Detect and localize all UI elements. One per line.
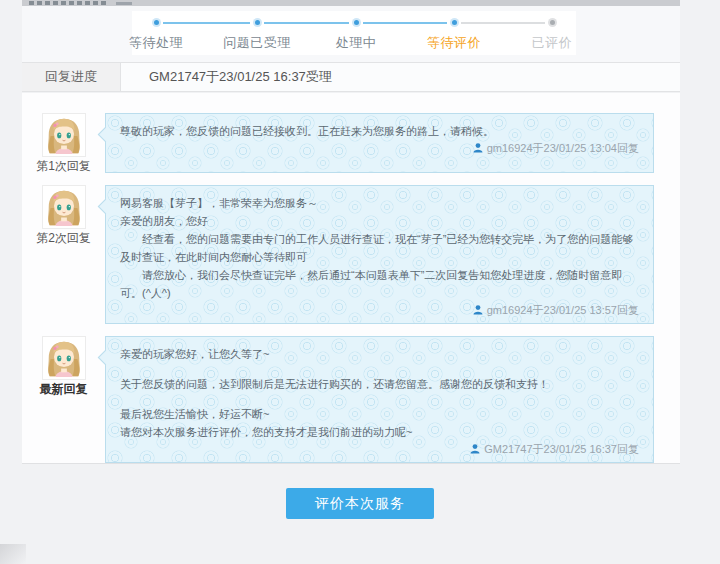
status-stepper: 等待处理 问题已受理 处理中 等待评价 已评价 <box>132 11 576 55</box>
user-icon <box>469 443 481 455</box>
reply-side: 最新回复 <box>22 336 105 463</box>
reply-side: 第2次回复 <box>22 185 105 324</box>
reply-message: 尊敬的玩家，您反馈的问题已经接收到。正在赶来为您服务的路上，请稍候。 <box>120 122 639 140</box>
message-line <box>120 363 639 375</box>
step-dot-icon <box>253 18 262 27</box>
reply-sequence-label: 第2次回复 <box>22 231 105 245</box>
step-dot-icon <box>352 18 361 27</box>
reply-bubble: 尊敬的玩家，您反馈的问题已经接收到。正在赶来为您服务的路上，请稍候。 gm169… <box>105 113 654 173</box>
reply-item: 第1次回复 尊敬的玩家，您反馈的问题已经接收到。正在赶来为您服务的路上，请稍候。… <box>22 113 654 173</box>
clipped-header-text <box>116 2 132 5</box>
reply-timestamp: gm16924于23/01/25 13:04回复 <box>120 140 639 156</box>
reply-timestamp: GM21747于23/01/25 16:37回复 <box>120 441 639 457</box>
evaluate-service-button[interactable]: 评价本次服务 <box>286 488 434 519</box>
reply-list: 第1次回复 尊敬的玩家，您反馈的问题已经接收到。正在赶来为您服务的路上，请稍候。… <box>22 113 680 463</box>
step-label: 等待处理 <box>111 34 201 52</box>
reply-timestamp-text: GM21747于23/01/25 16:37回复 <box>484 441 639 457</box>
avatar-girl-icon <box>43 186 85 228</box>
avatar-girl-icon <box>43 114 85 156</box>
step-dot-icon <box>152 18 161 27</box>
message-line: 经查看，您的问题需要由专门的工作人员进行查证，现在“芽子”已经为您转交完毕，为了… <box>120 230 639 266</box>
customer-service-avatar <box>42 113 86 157</box>
customer-service-avatar <box>42 185 86 229</box>
step-dot-icon <box>450 18 459 27</box>
progress-row-label: 回复进度 <box>22 63 121 91</box>
message-line: 亲爱的朋友，您好 <box>120 212 639 230</box>
step-label: 处理中 <box>311 34 401 52</box>
reply-message: 网易客服【芽子】，非常荣幸为您服务～亲爱的朋友，您好 经查看，您的问题需要由专门… <box>120 194 639 302</box>
reply-sequence-label: 第1次回复 <box>22 159 105 173</box>
message-line: 最后祝您生活愉快，好运不断~ <box>120 405 639 423</box>
reply-bubble: 亲爱的玩家您好，让您久等了~关于您反馈的问题，达到限制后是无法进行购买的，还请您… <box>105 336 654 463</box>
reply-message: 亲爱的玩家您好，让您久等了~关于您反馈的问题，达到限制后是无法进行购买的，还请您… <box>120 345 639 441</box>
reply-timestamp: gm16924于23/01/25 13:57回复 <box>120 302 639 318</box>
reply-timestamp-text: gm16924于23/01/25 13:04回复 <box>487 140 639 156</box>
progress-row-value: GM21747于23/01/25 16:37受理 <box>149 63 332 91</box>
message-line: 尊敬的玩家，您反馈的问题已经接收到。正在赶来为您服务的路上，请稍候。 <box>120 122 639 140</box>
step-label: 已评价 <box>507 34 597 52</box>
user-icon <box>472 142 484 154</box>
reply-item: 第2次回复 网易客服【芽子】，非常荣幸为您服务～亲爱的朋友，您好 经查看，您的问… <box>22 185 654 324</box>
step-label: 等待评价 <box>409 34 499 52</box>
reply-sequence-label: 最新回复 <box>22 382 105 396</box>
reply-item: 最新回复 亲爱的玩家您好，让您久等了~关于您反馈的问题，达到限制后是无法进行购买… <box>22 336 654 463</box>
status-stepper-section: 等待处理 问题已受理 处理中 等待评价 已评价 <box>22 6 680 63</box>
user-icon <box>472 304 484 316</box>
reply-timestamp-text: gm16924于23/01/25 13:57回复 <box>487 302 639 318</box>
bottom-left-corner-shade <box>0 544 26 564</box>
clipped-header-text <box>29 1 107 5</box>
message-line: 网易客服【芽子】，非常荣幸为您服务～ <box>120 194 639 212</box>
reply-side: 第1次回复 <box>22 113 105 173</box>
step-dot-icon <box>548 18 557 27</box>
message-line: 请您放心，我们会尽快查证完毕，然后通过“本问题表单下”二次回复告知您处理进度，您… <box>120 266 639 302</box>
step-label: 问题已受理 <box>212 34 302 52</box>
reply-panel: 第1次回复 尊敬的玩家，您反馈的问题已经接收到。正在赶来为您服务的路上，请稍候。… <box>22 93 680 464</box>
avatar-girl-icon <box>43 337 85 379</box>
message-line: 请您对本次服务进行评价，您的支持才是我们前进的动力呢~ <box>120 423 639 441</box>
message-line <box>120 393 639 405</box>
progress-row: 回复进度 GM21747于23/01/25 16:37受理 <box>22 62 680 92</box>
message-line: 关于您反馈的问题，达到限制后是无法进行购买的，还请您留意。感谢您的反馈和支持！ <box>120 375 639 393</box>
stepper-step: 已评价 <box>507 18 597 52</box>
reply-bubble: 网易客服【芽子】，非常荣幸为您服务～亲爱的朋友，您好 经查看，您的问题需要由专门… <box>105 185 654 324</box>
message-line: 亲爱的玩家您好，让您久等了~ <box>120 345 639 363</box>
customer-service-avatar <box>42 336 86 380</box>
